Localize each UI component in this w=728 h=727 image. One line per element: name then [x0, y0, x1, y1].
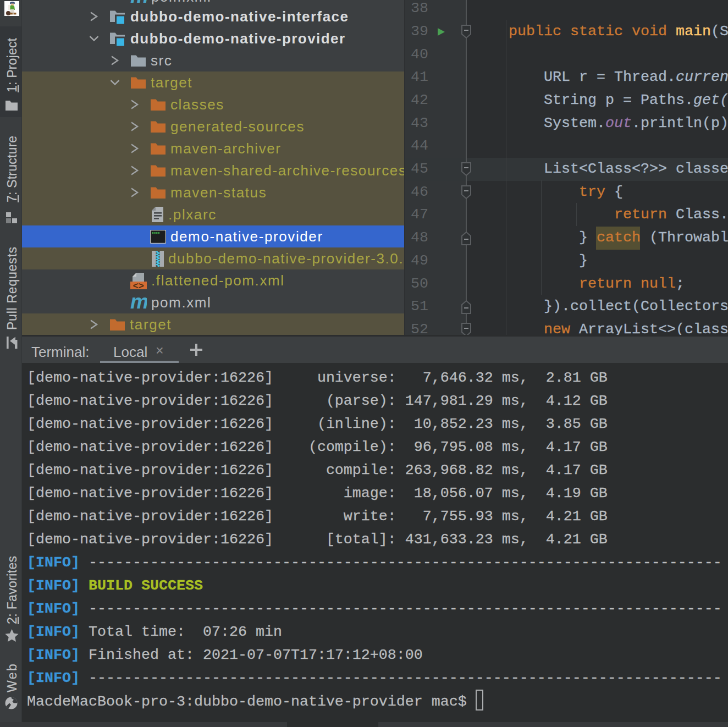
- svg-text:m: m: [130, 0, 147, 4]
- svg-text:m: m: [130, 295, 147, 310]
- svg-text:<>: <>: [133, 280, 144, 289]
